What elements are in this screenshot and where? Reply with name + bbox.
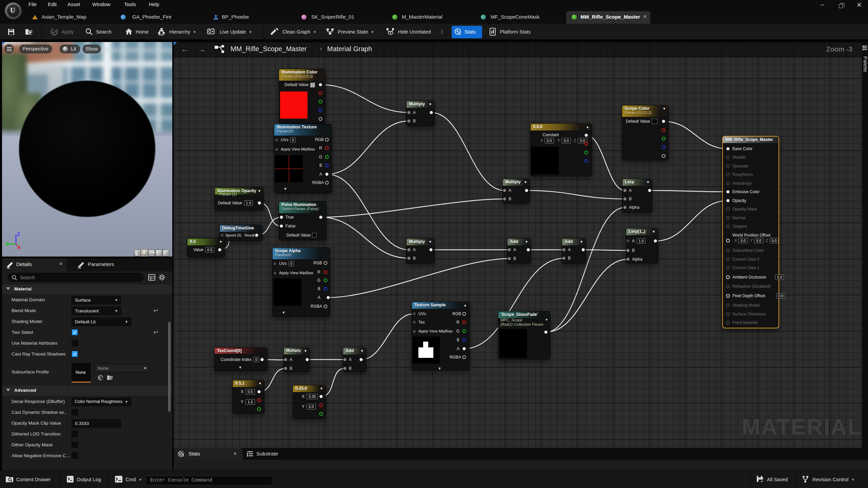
svg-text:Y: Y	[5, 241, 8, 247]
svg-text:Z: Z	[17, 231, 20, 237]
svg-text:i: i	[459, 32, 460, 36]
svg-text:X: X	[17, 244, 21, 250]
